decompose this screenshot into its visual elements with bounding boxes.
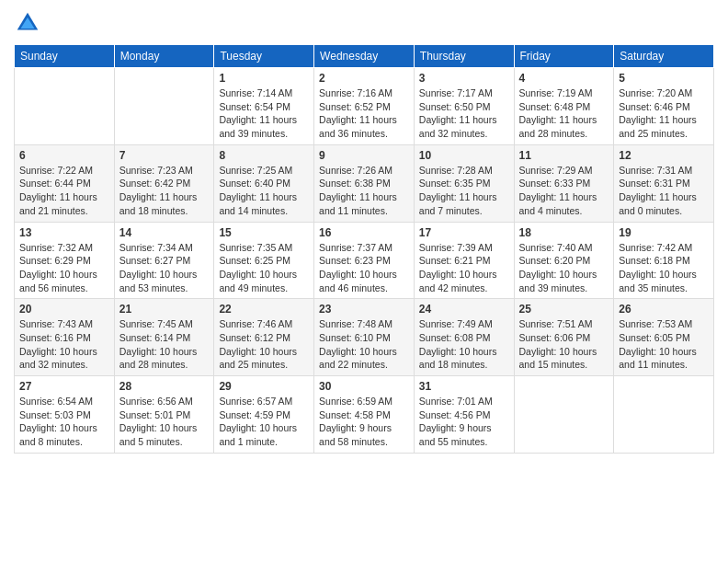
calendar-cell bbox=[514, 376, 614, 454]
calendar-cell: 11Sunrise: 7:29 AM Sunset: 6:33 PM Dayli… bbox=[514, 144, 614, 222]
day-info: Sunrise: 7:31 AM Sunset: 6:31 PM Dayligh… bbox=[619, 164, 709, 218]
day-number: 3 bbox=[419, 72, 509, 85]
calendar-cell: 8Sunrise: 7:25 AM Sunset: 6:40 PM Daylig… bbox=[214, 144, 314, 222]
day-number: 5 bbox=[619, 72, 709, 85]
calendar-cell: 19Sunrise: 7:42 AM Sunset: 6:18 PM Dayli… bbox=[614, 222, 714, 299]
calendar-cell: 7Sunrise: 7:23 AM Sunset: 6:42 PM Daylig… bbox=[114, 144, 214, 222]
day-number: 28 bbox=[119, 380, 210, 393]
day-number: 30 bbox=[319, 380, 409, 393]
calendar-week-5: 27Sunrise: 6:54 AM Sunset: 5:03 PM Dayli… bbox=[15, 376, 714, 454]
calendar-cell: 9Sunrise: 7:26 AM Sunset: 6:38 PM Daylig… bbox=[314, 144, 415, 222]
calendar-cell: 1Sunrise: 7:14 AM Sunset: 6:54 PM Daylig… bbox=[214, 68, 314, 145]
day-info: Sunrise: 7:19 AM Sunset: 6:48 PM Dayligh… bbox=[519, 86, 609, 141]
calendar-week-2: 6Sunrise: 7:22 AM Sunset: 6:44 PM Daylig… bbox=[15, 144, 714, 222]
day-info: Sunrise: 7:26 AM Sunset: 6:38 PM Dayligh… bbox=[319, 164, 409, 218]
calendar-cell: 29Sunrise: 6:57 AM Sunset: 4:59 PM Dayli… bbox=[214, 376, 314, 454]
calendar-cell bbox=[15, 68, 115, 145]
calendar-cell: 26Sunrise: 7:53 AM Sunset: 6:05 PM Dayli… bbox=[614, 299, 714, 376]
calendar-week-3: 13Sunrise: 7:32 AM Sunset: 6:29 PM Dayli… bbox=[15, 222, 714, 299]
day-number: 21 bbox=[119, 303, 210, 316]
day-info: Sunrise: 7:51 AM Sunset: 6:06 PM Dayligh… bbox=[519, 317, 609, 372]
day-number: 15 bbox=[219, 226, 309, 239]
day-info: Sunrise: 6:54 AM Sunset: 5:03 PM Dayligh… bbox=[19, 395, 109, 449]
day-number: 18 bbox=[519, 226, 609, 239]
day-number: 29 bbox=[219, 380, 309, 393]
day-number: 31 bbox=[419, 380, 509, 393]
day-header-saturday: Saturday bbox=[614, 45, 714, 68]
calendar-cell: 28Sunrise: 6:56 AM Sunset: 5:01 PM Dayli… bbox=[114, 376, 214, 454]
day-info: Sunrise: 7:25 AM Sunset: 6:40 PM Dayligh… bbox=[219, 164, 309, 218]
day-info: Sunrise: 7:40 AM Sunset: 6:20 PM Dayligh… bbox=[519, 241, 609, 295]
day-info: Sunrise: 7:34 AM Sunset: 6:27 PM Dayligh… bbox=[119, 241, 210, 295]
day-number: 9 bbox=[319, 149, 409, 162]
day-header-wednesday: Wednesday bbox=[314, 45, 415, 68]
calendar-cell: 21Sunrise: 7:45 AM Sunset: 6:14 PM Dayli… bbox=[114, 299, 214, 376]
calendar-cell bbox=[614, 376, 714, 454]
day-info: Sunrise: 7:42 AM Sunset: 6:18 PM Dayligh… bbox=[619, 241, 709, 295]
day-number: 1 bbox=[219, 72, 309, 85]
day-number: 12 bbox=[619, 149, 709, 162]
day-info: Sunrise: 7:17 AM Sunset: 6:50 PM Dayligh… bbox=[419, 86, 509, 141]
calendar-cell: 14Sunrise: 7:34 AM Sunset: 6:27 PM Dayli… bbox=[114, 222, 214, 299]
day-info: Sunrise: 7:46 AM Sunset: 6:12 PM Dayligh… bbox=[219, 317, 309, 372]
calendar-cell: 13Sunrise: 7:32 AM Sunset: 6:29 PM Dayli… bbox=[15, 222, 115, 299]
calendar-cell: 17Sunrise: 7:39 AM Sunset: 6:21 PM Dayli… bbox=[414, 222, 514, 299]
day-number: 24 bbox=[419, 303, 509, 316]
day-header-sunday: Sunday bbox=[15, 45, 115, 68]
calendar-cell: 20Sunrise: 7:43 AM Sunset: 6:16 PM Dayli… bbox=[15, 299, 115, 376]
day-info: Sunrise: 7:39 AM Sunset: 6:21 PM Dayligh… bbox=[419, 241, 509, 295]
calendar-cell: 10Sunrise: 7:28 AM Sunset: 6:35 PM Dayli… bbox=[414, 144, 514, 222]
day-info: Sunrise: 7:49 AM Sunset: 6:08 PM Dayligh… bbox=[419, 317, 509, 372]
page: SundayMondayTuesdayWednesdayThursdayFrid… bbox=[0, 0, 728, 563]
day-info: Sunrise: 7:35 AM Sunset: 6:25 PM Dayligh… bbox=[219, 241, 309, 295]
calendar-cell: 12Sunrise: 7:31 AM Sunset: 6:31 PM Dayli… bbox=[614, 144, 714, 222]
calendar-cell: 4Sunrise: 7:19 AM Sunset: 6:48 PM Daylig… bbox=[514, 68, 614, 145]
day-info: Sunrise: 6:56 AM Sunset: 5:01 PM Dayligh… bbox=[119, 395, 210, 449]
day-number: 22 bbox=[219, 303, 309, 316]
day-info: Sunrise: 7:29 AM Sunset: 6:33 PM Dayligh… bbox=[519, 164, 609, 218]
day-number: 8 bbox=[219, 149, 309, 162]
calendar-cell: 2Sunrise: 7:16 AM Sunset: 6:52 PM Daylig… bbox=[314, 68, 415, 145]
calendar-cell: 6Sunrise: 7:22 AM Sunset: 6:44 PM Daylig… bbox=[15, 144, 115, 222]
logo bbox=[14, 9, 45, 37]
day-number: 19 bbox=[619, 226, 709, 239]
logo-icon bbox=[14, 9, 41, 37]
day-info: Sunrise: 7:16 AM Sunset: 6:52 PM Dayligh… bbox=[319, 86, 409, 141]
day-info: Sunrise: 7:53 AM Sunset: 6:05 PM Dayligh… bbox=[619, 317, 709, 372]
calendar-cell: 24Sunrise: 7:49 AM Sunset: 6:08 PM Dayli… bbox=[414, 299, 514, 376]
calendar-cell: 22Sunrise: 7:46 AM Sunset: 6:12 PM Dayli… bbox=[214, 299, 314, 376]
day-header-thursday: Thursday bbox=[414, 45, 514, 68]
calendar-cell bbox=[114, 68, 214, 145]
day-header-tuesday: Tuesday bbox=[214, 45, 314, 68]
day-number: 11 bbox=[519, 149, 609, 162]
calendar-week-4: 20Sunrise: 7:43 AM Sunset: 6:16 PM Dayli… bbox=[15, 299, 714, 376]
day-number: 23 bbox=[319, 303, 409, 316]
day-number: 16 bbox=[319, 226, 409, 239]
day-info: Sunrise: 7:43 AM Sunset: 6:16 PM Dayligh… bbox=[19, 317, 109, 372]
calendar-cell: 15Sunrise: 7:35 AM Sunset: 6:25 PM Dayli… bbox=[214, 222, 314, 299]
day-info: Sunrise: 7:48 AM Sunset: 6:10 PM Dayligh… bbox=[319, 317, 409, 372]
day-number: 13 bbox=[19, 226, 109, 239]
day-number: 10 bbox=[419, 149, 509, 162]
day-number: 25 bbox=[519, 303, 609, 316]
calendar-cell: 16Sunrise: 7:37 AM Sunset: 6:23 PM Dayli… bbox=[314, 222, 415, 299]
calendar-cell: 30Sunrise: 6:59 AM Sunset: 4:58 PM Dayli… bbox=[314, 376, 415, 454]
day-info: Sunrise: 7:37 AM Sunset: 6:23 PM Dayligh… bbox=[319, 241, 409, 295]
calendar-cell: 23Sunrise: 7:48 AM Sunset: 6:10 PM Dayli… bbox=[314, 299, 415, 376]
day-number: 4 bbox=[519, 72, 609, 85]
day-info: Sunrise: 7:14 AM Sunset: 6:54 PM Dayligh… bbox=[219, 86, 309, 141]
calendar-cell: 3Sunrise: 7:17 AM Sunset: 6:50 PM Daylig… bbox=[414, 68, 514, 145]
calendar-cell: 27Sunrise: 6:54 AM Sunset: 5:03 PM Dayli… bbox=[15, 376, 115, 454]
day-info: Sunrise: 7:28 AM Sunset: 6:35 PM Dayligh… bbox=[419, 164, 509, 218]
calendar-week-1: 1Sunrise: 7:14 AM Sunset: 6:54 PM Daylig… bbox=[15, 68, 714, 145]
calendar-header-row: SundayMondayTuesdayWednesdayThursdayFrid… bbox=[15, 45, 714, 68]
day-number: 20 bbox=[19, 303, 109, 316]
calendar-cell: 18Sunrise: 7:40 AM Sunset: 6:20 PM Dayli… bbox=[514, 222, 614, 299]
day-info: Sunrise: 6:59 AM Sunset: 4:58 PM Dayligh… bbox=[319, 395, 409, 449]
day-number: 14 bbox=[119, 226, 210, 239]
day-number: 27 bbox=[19, 380, 109, 393]
day-number: 7 bbox=[119, 149, 210, 162]
day-info: Sunrise: 6:57 AM Sunset: 4:59 PM Dayligh… bbox=[219, 395, 309, 449]
day-info: Sunrise: 7:45 AM Sunset: 6:14 PM Dayligh… bbox=[119, 317, 210, 372]
day-info: Sunrise: 7:20 AM Sunset: 6:46 PM Dayligh… bbox=[619, 86, 709, 141]
